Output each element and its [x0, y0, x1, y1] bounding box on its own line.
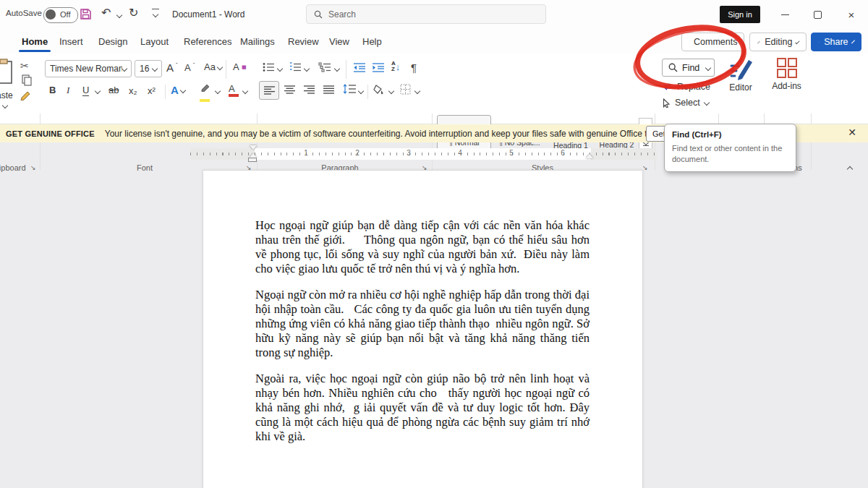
tab-design[interactable]: Design [97, 34, 129, 49]
share-icon [819, 38, 820, 47]
paste-button[interactable] [0, 59, 19, 90]
underline-button[interactable]: U [82, 85, 89, 96]
first-line-indent-marker[interactable] [250, 145, 257, 150]
text-effects-button[interactable]: A [171, 84, 185, 96]
sort-button[interactable]: A Z ↓ [391, 61, 400, 72]
font-size-chevron-icon [152, 66, 158, 72]
banner-badge: GET GENUINE OFFICE [6, 129, 95, 138]
grow-font-button[interactable]: Aˆ [166, 61, 178, 74]
shading-chevron-icon[interactable] [388, 88, 394, 94]
superscript-button[interactable]: x² [148, 85, 156, 96]
share-button[interactable]: Share [811, 33, 861, 51]
align-left-button[interactable] [259, 81, 279, 100]
replace-button[interactable]: Replace [663, 82, 710, 92]
undo-dropdown-icon[interactable] [116, 12, 122, 18]
addins-button[interactable]: Add-ins [767, 57, 807, 102]
quick-access-chevron-icon[interactable] [153, 12, 158, 17]
copy-icon[interactable] [22, 74, 32, 86]
paragraph-2: Ngoại ngữ còn mở ra nhiều cơ hội nghề ng… [255, 288, 590, 360]
text-effects-chevron-icon [180, 87, 186, 93]
bold-glyph: B [49, 85, 56, 95]
underline-chevron-icon[interactable] [95, 88, 101, 94]
underline-glyph: U [82, 85, 89, 95]
find-dropdown-button[interactable] [702, 59, 715, 77]
justify-button[interactable] [323, 85, 334, 94]
minimize-button[interactable] [774, 6, 796, 23]
numbering-button[interactable] [289, 62, 302, 72]
highlight-button[interactable] [200, 83, 211, 105]
restore-button[interactable] [807, 6, 828, 23]
autosave-toggle[interactable]: Off [43, 7, 78, 23]
bullets-chevron-icon[interactable] [277, 66, 283, 72]
change-case-button[interactable]: Aa [204, 61, 222, 72]
multilevel-chevron-icon[interactable] [334, 66, 340, 72]
ruler-number-4: 4 [458, 149, 462, 157]
tab-help[interactable]: Help [361, 34, 383, 49]
numbering-chevron-icon[interactable] [304, 66, 310, 72]
line-spacing-chevron-icon[interactable] [358, 88, 364, 94]
line-spacing-button[interactable] [343, 84, 356, 94]
signin-button[interactable]: Sign in [720, 6, 760, 23]
increase-indent-button[interactable] [372, 62, 385, 72]
hanging-indent-marker[interactable] [250, 153, 257, 158]
clipboard-dialog-launcher-icon[interactable]: ↘ [30, 164, 36, 171]
editor-pencil-icon [728, 57, 753, 80]
highlight-colorbar [200, 99, 210, 102]
horizontal-ruler[interactable]: 1 2 3 4 5 6 [190, 148, 657, 160]
share-chevron-icon [851, 40, 855, 43]
redo-icon[interactable]: ↻ [129, 6, 138, 20]
font-color-chevron-icon[interactable] [242, 88, 248, 94]
format-painter-icon[interactable] [20, 89, 32, 100]
tab-references[interactable]: References [182, 34, 233, 49]
font-family-select[interactable]: Times New Roman [45, 60, 132, 77]
highlight-chevron-icon[interactable] [215, 88, 221, 94]
font-size-select[interactable]: 16 [135, 60, 162, 77]
editing-mode-button[interactable]: Editing [749, 33, 807, 51]
tab-home[interactable]: Home [20, 34, 49, 49]
multilevel-list-button[interactable] [318, 62, 331, 72]
tab-layout[interactable]: Layout [139, 34, 170, 49]
collapse-ribbon-icon[interactable] [847, 166, 853, 172]
quick-access-icon[interactable] [152, 9, 159, 9]
tab-view[interactable]: View [328, 34, 351, 49]
tab-mailings[interactable]: Mailings [239, 34, 276, 49]
save-icon[interactable] [80, 8, 92, 20]
autosave-label: AutoSave [6, 9, 42, 17]
find-icon [668, 63, 678, 72]
undo-icon[interactable]: ↶ [101, 6, 111, 20]
bullets-button[interactable] [263, 62, 275, 72]
italic-button[interactable]: I [67, 85, 69, 96]
decrease-indent-button[interactable] [353, 62, 366, 72]
left-indent-marker[interactable] [249, 158, 256, 161]
addins-label: Add-ins [772, 81, 801, 91]
subscript-button[interactable]: x₂ [129, 85, 137, 96]
grow-font-glyph: A [166, 61, 174, 74]
borders-chevron-icon[interactable] [414, 88, 420, 94]
document-page[interactable]: Học ngoại ngữ giúp bạn dễ dàng tiếp cận … [203, 170, 643, 488]
tab-review[interactable]: Review [286, 34, 320, 49]
borders-button[interactable] [400, 84, 411, 95]
bold-button[interactable]: B [49, 85, 56, 95]
strikethrough-button[interactable]: ab [109, 85, 119, 95]
shrink-font-button[interactable]: Aˇ [184, 62, 195, 73]
align-center-button[interactable] [284, 85, 295, 94]
close-button[interactable]: × [841, 6, 862, 23]
pencil-icon [757, 38, 760, 47]
tooltip-body: Find text or other content in the docume… [672, 143, 788, 165]
cut-icon[interactable]: ✂ [20, 60, 29, 72]
comments-button[interactable]: Comments [681, 33, 744, 51]
search-input[interactable]: Search [306, 4, 546, 24]
tab-insert[interactable]: Insert [58, 34, 85, 49]
editor-button[interactable]: Editor [723, 57, 758, 102]
right-indent-marker[interactable] [586, 154, 593, 158]
select-button[interactable]: Select [663, 98, 709, 108]
align-right-button[interactable] [304, 85, 315, 94]
ruler-number-5: 5 [509, 149, 514, 157]
banner-close-icon[interactable]: ✕ [848, 127, 856, 138]
find-button[interactable]: Find [662, 59, 703, 77]
font-color-button[interactable]: A [229, 83, 239, 97]
shading-button[interactable] [373, 84, 385, 95]
editing-mode-label: Editing [765, 37, 792, 47]
clear-formatting-button[interactable]: A◆ [233, 61, 247, 72]
pilcrow-button[interactable]: ¶ [411, 61, 417, 74]
